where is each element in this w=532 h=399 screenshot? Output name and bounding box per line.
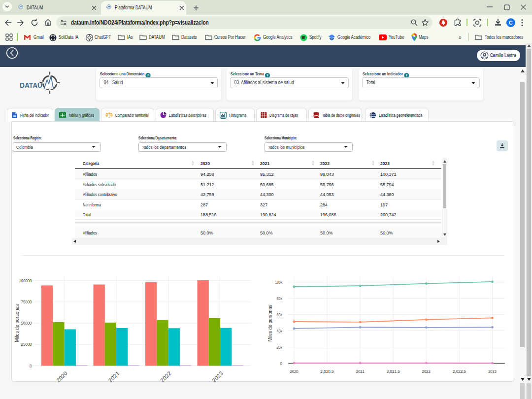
svg-text:100k: 100k (275, 279, 283, 285)
svg-text:2021: 2021 (107, 370, 121, 383)
svg-text:0: 0 (30, 363, 32, 368)
svg-text:Miles de personas: Miles de personas (267, 304, 273, 341)
svg-text:40k: 40k (277, 328, 283, 333)
svg-text:2,020.5: 2,020.5 (321, 368, 334, 374)
svg-text:100000: 100000 (19, 278, 32, 283)
svg-text:50000: 50000 (21, 320, 32, 326)
svg-text:60k: 60k (277, 312, 283, 317)
svg-text:2,021.5: 2,021.5 (387, 368, 400, 374)
svg-text:0: 0 (280, 361, 282, 366)
svg-text:2023: 2023 (211, 370, 224, 383)
svg-text:75000: 75000 (21, 299, 32, 304)
svg-text:Miles de personas: Miles de personas (14, 304, 20, 342)
svg-text:25000: 25000 (21, 341, 32, 347)
svg-text:2,022.5: 2,022.5 (453, 368, 466, 374)
svg-text:2023: 2023 (488, 368, 497, 374)
svg-text:2022: 2022 (159, 370, 172, 383)
svg-text:DATAU: DATAU (20, 81, 42, 89)
svg-text:2021: 2021 (356, 368, 365, 374)
svg-text:20k: 20k (277, 344, 283, 350)
svg-text:2022: 2022 (422, 368, 431, 374)
svg-text:80k: 80k (277, 296, 283, 301)
svg-text:2020: 2020 (290, 368, 299, 374)
svg-text:2020: 2020 (55, 370, 68, 383)
